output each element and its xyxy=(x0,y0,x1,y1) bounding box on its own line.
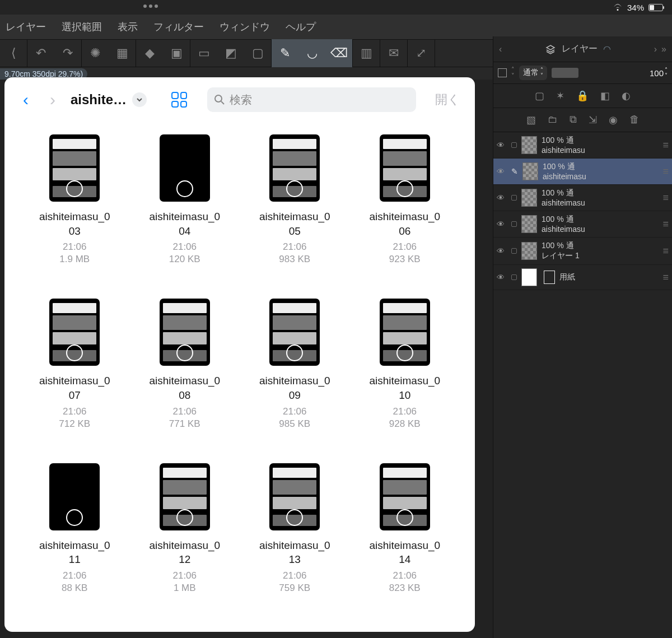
brush-icon[interactable]: ◡ xyxy=(298,39,325,67)
file-item[interactable]: aishiteimasu_01121:0688 KB xyxy=(21,463,128,622)
menu-filter[interactable]: フィルター xyxy=(153,20,204,34)
file-name: aishiteimasu_010 xyxy=(369,374,440,402)
layer-row[interactable]: 👁100 % 通aishiteimasu≡ xyxy=(493,132,672,159)
file-item[interactable]: aishiteimasu_00921:06985 KB xyxy=(241,299,348,457)
drag-handle-icon[interactable]: ≡ xyxy=(662,192,669,204)
rect-toggle-icon[interactable] xyxy=(498,68,507,77)
layer-row[interactable]: 👁100 % 通aishiteimasu≡ xyxy=(493,185,672,211)
layer-checkbox[interactable] xyxy=(511,142,517,148)
drag-handle-icon[interactable]: ≡ xyxy=(662,166,669,178)
panel-prev-icon[interactable]: ‹ xyxy=(499,44,502,54)
file-item[interactable]: aishiteimasu_00621:06923 KB xyxy=(352,134,459,293)
open-button[interactable]: 開く xyxy=(425,91,463,108)
layer-checkbox[interactable] xyxy=(511,195,517,201)
layer-row[interactable]: 👁✎100 % 通aishiteimasu≡ xyxy=(493,159,672,185)
crop-icon[interactable]: ▣ xyxy=(163,39,190,67)
drag-handle-icon[interactable]: ≡ xyxy=(662,272,669,283)
opacity-value[interactable]: 100 xyxy=(650,68,664,78)
opacity-stepper-icon[interactable]: ˄˅ xyxy=(665,67,668,78)
thumbnail-strip-icon[interactable] xyxy=(552,68,578,78)
bounds-icon[interactable]: ▢ xyxy=(244,39,271,67)
visibility-eye-icon[interactable]: 👁 xyxy=(497,193,507,202)
file-item[interactable]: aishiteimasu_00521:06983 KB xyxy=(241,134,348,293)
search-field[interactable]: 検索 xyxy=(207,87,416,112)
menu-layers[interactable]: レイヤー xyxy=(6,20,46,34)
file-time: 21:06 xyxy=(393,570,417,581)
file-item[interactable]: aishiteimasu_00721:06712 KB xyxy=(21,299,128,457)
file-item[interactable]: aishiteimasu_01421:06823 KB xyxy=(352,463,459,622)
new-layer-icon[interactable]: ▧ xyxy=(526,114,536,126)
menu-help[interactable]: ヘルプ xyxy=(286,20,316,34)
selection-circle-icon[interactable] xyxy=(176,180,193,197)
file-item[interactable]: aishiteimasu_01021:06928 KB xyxy=(352,299,459,457)
menu-selection[interactable]: 選択範囲 xyxy=(62,20,102,34)
lock-icon[interactable]: 🔒 xyxy=(576,90,589,102)
expand-icon[interactable]: ⤢ xyxy=(408,39,435,67)
grid-view-icon[interactable] xyxy=(171,92,187,108)
folder-dropdown-icon[interactable] xyxy=(132,92,147,107)
loading-icon[interactable]: ✺ xyxy=(82,39,109,67)
selection-circle-icon[interactable] xyxy=(176,344,193,361)
pen-icon[interactable]: ✎ xyxy=(272,39,298,67)
selection-circle-icon[interactable] xyxy=(286,509,303,526)
visibility-eye-icon[interactable]: 👁 xyxy=(497,167,507,176)
menu-view[interactable]: 表示 xyxy=(118,20,138,34)
panel-more-icon[interactable]: » xyxy=(661,44,666,54)
lasso-tab-icon[interactable]: ◠ xyxy=(603,44,611,54)
layer-opacity-blend: 100 % 通 xyxy=(542,241,658,251)
selection-circle-icon[interactable] xyxy=(176,509,193,526)
mask-icon[interactable]: ◧ xyxy=(600,90,610,102)
transfer-icon[interactable]: ⇲ xyxy=(589,114,597,126)
gradient-icon[interactable]: ◩ xyxy=(217,39,244,67)
file-item[interactable]: aishiteimasu_01221:061 MB xyxy=(132,463,239,622)
multitask-dots[interactable] xyxy=(143,4,158,8)
visibility-eye-icon[interactable]: 👁 xyxy=(497,273,507,282)
file-item[interactable]: aishiteimasu_00821:06771 KB xyxy=(132,299,239,457)
file-item[interactable]: aishiteimasu_00421:06120 KB xyxy=(132,134,239,293)
drag-handle-icon[interactable]: ≡ xyxy=(662,139,669,151)
status-bar: 34% xyxy=(0,0,672,15)
nav-forward-button[interactable]: › xyxy=(44,90,62,109)
rect-stepper-icon[interactable]: ˄˅ xyxy=(511,67,515,79)
blend-mode-dropdown[interactable]: 通常 ˄˅ xyxy=(519,66,547,80)
folder-title-button[interactable]: aishite… xyxy=(71,92,147,108)
selection-circle-icon[interactable] xyxy=(396,344,413,361)
layer-checkbox[interactable] xyxy=(511,221,517,227)
ruler-icon[interactable]: ▥ xyxy=(353,39,380,67)
layer-checkbox[interactable] xyxy=(511,248,517,254)
layers-tab-label[interactable]: レイヤー xyxy=(562,43,598,55)
drag-handle-icon[interactable]: ≡ xyxy=(662,218,669,230)
panel-next-icon[interactable]: › xyxy=(654,44,657,54)
select-rect-icon[interactable]: ▭ xyxy=(190,39,217,67)
visibility-eye-icon[interactable]: 👁 xyxy=(497,220,507,229)
file-item[interactable]: aishiteimasu_00321:061.9 MB xyxy=(21,134,128,293)
redo-icon[interactable]: ↷ xyxy=(54,39,81,67)
eraser-icon[interactable]: ⌫ xyxy=(325,39,352,67)
selection-circle-icon[interactable] xyxy=(396,509,413,526)
visibility-eye-icon[interactable]: 👁 xyxy=(497,246,507,255)
visibility-eye-icon[interactable]: 👁 xyxy=(497,141,507,150)
duplicate-icon[interactable]: ⧉ xyxy=(570,114,577,126)
selection-circle-icon[interactable] xyxy=(66,509,83,526)
layer-row[interactable]: 👁100 % 通レイヤー 1≡ xyxy=(493,237,672,265)
undo-icon[interactable]: ↶ xyxy=(27,39,54,67)
new-folder-icon[interactable]: 🗀 xyxy=(548,114,558,126)
fx-icon[interactable]: ◐ xyxy=(622,90,631,102)
layer-row[interactable]: 👁用紙≡ xyxy=(493,265,672,290)
select-area-icon[interactable]: ▢ xyxy=(535,90,544,102)
merge-icon[interactable]: ◉ xyxy=(609,114,618,126)
light-icon[interactable]: ✶ xyxy=(556,90,564,102)
file-item[interactable]: aishiteimasu_01321:06759 KB xyxy=(241,463,348,622)
layer-checkbox[interactable] xyxy=(511,274,517,280)
menu-window[interactable]: ウィンドウ xyxy=(220,20,270,34)
delete-layer-icon[interactable]: 🗑 xyxy=(629,114,640,126)
bucket-icon[interactable]: ◆ xyxy=(136,39,163,67)
selection-circle-icon[interactable] xyxy=(396,180,413,197)
file-size: 928 KB xyxy=(389,418,421,430)
marquee-icon[interactable]: ▦ xyxy=(109,39,136,67)
layer-row[interactable]: 👁100 % 通aishiteimasu≡ xyxy=(493,211,672,237)
drag-handle-icon[interactable]: ≡ xyxy=(662,245,669,257)
balloon-icon[interactable]: ✉ xyxy=(380,39,407,67)
home-icon[interactable]: ⟨ xyxy=(0,39,27,67)
nav-back-button[interactable]: ‹ xyxy=(17,90,35,109)
